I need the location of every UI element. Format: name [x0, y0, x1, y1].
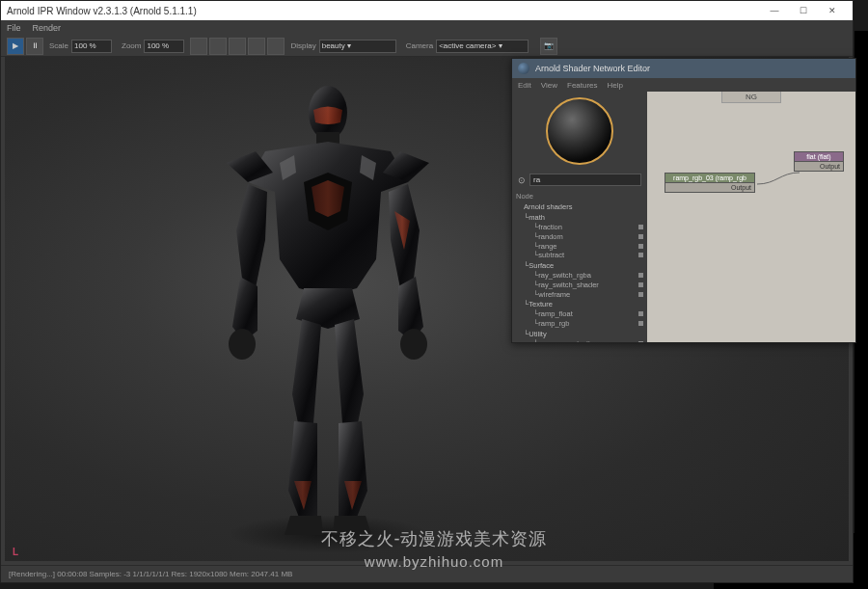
minimize-button[interactable]: —	[760, 1, 789, 20]
node-ramp-rgb-output[interactable]: Output	[665, 183, 755, 193]
display-label: Display	[290, 41, 315, 50]
tree-root[interactable]: Arnold shaders	[516, 201, 643, 212]
graph-tab[interactable]: NG	[721, 92, 781, 103]
node-search-input[interactable]	[529, 174, 641, 186]
search-icon: ⊙	[518, 175, 526, 185]
menu-file[interactable]: File	[7, 23, 21, 33]
scale-label: Scale	[49, 41, 68, 50]
camera-label: Camera	[406, 41, 433, 50]
pause-button[interactable]: ⏸	[26, 38, 43, 55]
tree-item[interactable]: └fraction	[516, 223, 643, 232]
tree-item[interactable]: └ramp_float	[516, 309, 643, 319]
tree-header: Node	[516, 191, 643, 201]
node-flat[interactable]: flat (flat) Output	[794, 151, 844, 172]
tree-cat[interactable]: └Texture	[516, 299, 643, 309]
window-title: Arnold IPR Window v2.3.1.3 (Arnold 5.1.1…	[7, 6, 197, 16]
shader-panel-menubar: Edit View Features Help	[512, 78, 855, 92]
play-button[interactable]: ▶	[7, 38, 24, 55]
axis-gizmo: L	[13, 547, 18, 557]
display-select[interactable]: beauty ▾	[319, 40, 396, 53]
toolbar: ▶ ⏸ Scale 100 % Zoom 100 % Display beaut…	[1, 36, 853, 57]
tree-item[interactable]: └ray_switch_rgba	[516, 271, 643, 281]
zoom-field[interactable]: 100 %	[144, 40, 184, 53]
menu-render[interactable]: Render	[33, 23, 62, 33]
tool-btn-2[interactable]	[209, 38, 227, 55]
node-flat-title: flat (flat)	[794, 151, 844, 162]
sp-menu-view[interactable]: View	[541, 81, 557, 90]
sp-menu-help[interactable]: Help	[608, 81, 623, 90]
node-ramp-rgb[interactable]: ramp_rgb_03 (ramp_rgb Output	[665, 173, 755, 193]
close-button[interactable]: ✕	[818, 1, 847, 20]
shader-panel-icon	[518, 63, 529, 74]
tree-cat[interactable]: └Utility	[516, 329, 643, 339]
tree-item[interactable]: └random	[516, 232, 643, 242]
menubar: File Render	[1, 20, 853, 36]
node-connection-wire	[757, 171, 800, 186]
background-right-strip	[854, 31, 868, 580]
shader-panel-title: Arnold Shader Network Editor	[535, 64, 650, 73]
tree-item[interactable]: └ramp_rgb	[516, 319, 643, 329]
shader-panel-titlebar[interactable]: Arnold Shader Network Editor	[512, 59, 855, 78]
tool-btn-4[interactable]	[248, 38, 265, 55]
tree-item[interactable]: └camera_projection	[516, 339, 643, 342]
tree-item[interactable]: └subtract	[516, 251, 643, 260]
camera-select[interactable]: <active camera> ▾	[436, 40, 529, 53]
tree-cat[interactable]: └math	[516, 212, 643, 223]
material-preview-sphere[interactable]	[546, 97, 613, 165]
maximize-button[interactable]: ☐	[789, 1, 818, 20]
rendered-robot	[188, 76, 468, 539]
node-tree[interactable]: Node Arnold shaders └math└fraction└rando…	[512, 189, 647, 342]
zoom-label: Zoom	[122, 41, 141, 50]
sp-menu-edit[interactable]: Edit	[518, 81, 531, 90]
node-flat-output[interactable]: Output	[794, 162, 844, 172]
tree-item[interactable]: └wireframe	[516, 290, 643, 300]
tool-btn-5[interactable]	[267, 38, 285, 55]
shader-node-palette: ⊙ Node Arnold shaders └math└fraction└ran…	[512, 92, 647, 342]
titlebar[interactable]: Arnold IPR Window v2.3.1.3 (Arnold 5.1.1…	[1, 1, 853, 20]
svg-point-2	[229, 329, 256, 360]
shader-network-editor[interactable]: Arnold Shader Network Editor Edit View F…	[511, 58, 856, 343]
tool-btn-3[interactable]	[229, 38, 246, 55]
node-ramp-rgb-title: ramp_rgb_03 (ramp_rgb	[665, 173, 755, 183]
statusbar: [Rendering...] 00:00:08 Samples: -3 1/1/…	[1, 565, 853, 582]
camera-icon[interactable]: 📷	[540, 38, 557, 55]
svg-point-3	[400, 329, 427, 360]
tree-item[interactable]: └range	[516, 242, 643, 252]
tree-item[interactable]: └ray_switch_shader	[516, 281, 643, 290]
tree-cat[interactable]: └Surface	[516, 260, 643, 271]
shader-graph[interactable]: NG ramp_rgb_03 (ramp_rgb Output flat (fl…	[647, 92, 855, 342]
status-text: [Rendering...] 00:00:08 Samples: -3 1/1/…	[9, 570, 292, 578]
sp-menu-features[interactable]: Features	[567, 81, 598, 90]
scale-field[interactable]: 100 %	[71, 40, 112, 53]
tool-btn-1[interactable]	[190, 38, 207, 55]
